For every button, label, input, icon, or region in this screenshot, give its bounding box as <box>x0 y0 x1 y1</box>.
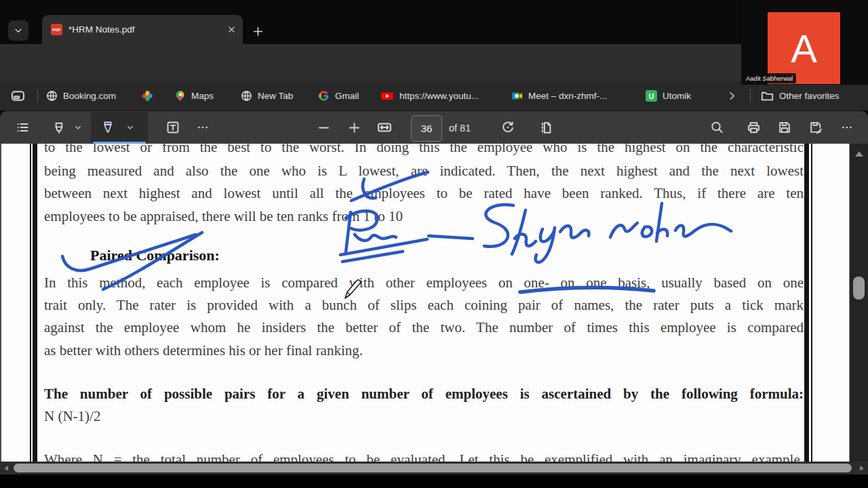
favorite-label: Gmail <box>335 91 359 101</box>
document-line: to the lowest or from the best to the wo… <box>44 144 804 159</box>
utomik-icon: U <box>646 90 657 102</box>
zoom-in-button[interactable] <box>342 115 366 140</box>
page-view-icon <box>538 121 552 135</box>
highlighter-icon <box>52 121 66 134</box>
favorite-booking[interactable]: Booking.com <box>46 81 116 110</box>
document-line: employees to be appraised, there will be… <box>44 205 804 228</box>
favorite-label: Meet – dxn-zhmf-... <box>528 91 607 101</box>
favorite-google-photos[interactable] <box>142 81 159 110</box>
document-formula: N (N-1)/2 <box>44 405 804 428</box>
pen-cursor-icon <box>342 278 363 301</box>
save-as-icon <box>809 121 823 134</box>
separator <box>750 89 751 103</box>
more-tools-button[interactable] <box>191 115 214 140</box>
document-line: being measured and also the one who is L… <box>44 160 804 183</box>
plus-icon <box>252 26 264 37</box>
favorite-new-tab[interactable]: New Tab <box>241 81 293 110</box>
plus-icon <box>348 121 361 134</box>
draw-tool-selected <box>91 112 148 144</box>
scroll-up-icon[interactable] <box>854 150 864 158</box>
document-line-bold: The number of possible pairs for a given… <box>44 383 804 406</box>
favorite-label: New Tab <box>258 91 293 101</box>
document-line: trait only. The rater is provided with a… <box>44 294 804 317</box>
fit-width-icon <box>377 120 392 135</box>
tab-title: *HRM Notes.pdf <box>68 24 227 35</box>
favorite-maps[interactable]: Maps <box>174 81 214 110</box>
rotate-icon <box>501 121 515 134</box>
scroll-right-icon[interactable] <box>859 465 865 472</box>
tab-preview-button[interactable] <box>11 81 25 110</box>
minus-icon <box>317 121 330 134</box>
favorite-label: Utomik <box>663 91 691 101</box>
folder-icon <box>761 89 774 102</box>
favorite-label: Booking.com <box>63 91 116 101</box>
draw-tool-dropdown[interactable] <box>122 115 138 140</box>
chevron-down-icon <box>74 123 82 131</box>
fit-to-width-button[interactable] <box>373 115 396 140</box>
document-line: In this method, each employee is compare… <box>44 272 804 295</box>
printer-icon <box>747 121 761 135</box>
contents-icon <box>16 121 29 134</box>
bottom-letterbox <box>0 474 868 488</box>
favorites-bar: Booking.com Maps New Tab <box>0 81 868 110</box>
table-of-contents-button[interactable] <box>11 115 34 140</box>
globe-icon <box>241 90 252 102</box>
highlight-tool-dropdown[interactable] <box>71 115 85 140</box>
page-border-right <box>811 144 812 462</box>
tab-hrm-notes[interactable]: PDF *HRM Notes.pdf <box>42 15 243 44</box>
page-border-left <box>33 144 37 462</box>
horizontal-scrollbar[interactable] <box>0 462 868 474</box>
youtube-icon <box>380 90 394 102</box>
scroll-left-icon[interactable] <box>3 465 9 472</box>
save-icon <box>778 121 791 134</box>
add-text-button[interactable] <box>161 115 184 140</box>
page-border-right <box>804 144 809 462</box>
zoom-out-button[interactable] <box>312 115 335 140</box>
page-border-left <box>30 144 31 462</box>
other-favorites-button[interactable]: Other favorites <box>761 81 840 110</box>
favorite-label: Maps <box>191 91 214 101</box>
tab-bar: PDF *HRM Notes.pdf <box>0 0 868 44</box>
pdf-file-icon: PDF <box>51 24 62 35</box>
ellipsis-icon <box>197 121 209 134</box>
text-tool-icon <box>166 121 180 134</box>
favorite-meet[interactable]: Meet – dxn-zhmf-... <box>511 81 607 110</box>
document-line: between next highest and lowest until al… <box>44 182 804 205</box>
page-view-button[interactable] <box>533 115 556 140</box>
page-number-input[interactable]: 36 <box>411 115 442 142</box>
pdf-document[interactable]: to the lowest or from the best to the wo… <box>0 144 849 462</box>
favorite-utomik[interactable]: U Utomik <box>646 81 691 110</box>
separator <box>37 89 38 103</box>
google-maps-pin-icon <box>174 90 186 102</box>
google-g-icon <box>318 90 330 102</box>
highlight-tool-button[interactable] <box>47 115 71 140</box>
chevron-down-icon <box>126 123 134 131</box>
document-heading: Paired Comparison: <box>90 247 220 264</box>
print-button[interactable] <box>742 115 765 140</box>
more-options-button[interactable] <box>835 115 859 140</box>
search-document-button[interactable] <box>705 115 728 140</box>
document-line: as better with others determines his or … <box>44 340 804 363</box>
vertical-scrollbar-thumb[interactable] <box>853 277 865 300</box>
close-tab-icon[interactable] <box>227 25 236 34</box>
save-as-button[interactable] <box>804 115 827 140</box>
favorites-overflow-button[interactable] <box>727 81 737 110</box>
vertical-scrollbar[interactable] <box>849 144 868 462</box>
draw-tool-button[interactable] <box>96 115 119 140</box>
favorite-gmail[interactable]: Gmail <box>318 81 359 110</box>
pdf-toolbar: 36 of 81 <box>0 110 868 144</box>
google-meet-icon <box>511 90 523 102</box>
horizontal-scrollbar-thumb[interactable] <box>14 464 852 472</box>
page-count-label: of 81 <box>449 111 471 144</box>
chevron-down-icon <box>14 26 23 35</box>
save-button[interactable] <box>773 115 796 140</box>
favorite-youtube[interactable]: https://www.youtu... <box>380 81 479 110</box>
document-line: Where N = the total number of employees … <box>44 449 804 462</box>
new-tab-button[interactable] <box>248 22 267 41</box>
search-icon <box>710 121 724 134</box>
page-edge <box>0 144 1 462</box>
tab-actions-menu-button[interactable] <box>8 20 28 41</box>
favorite-label: https://www.youtu... <box>399 91 479 101</box>
rotate-button[interactable] <box>496 115 519 140</box>
globe-icon <box>46 90 58 102</box>
